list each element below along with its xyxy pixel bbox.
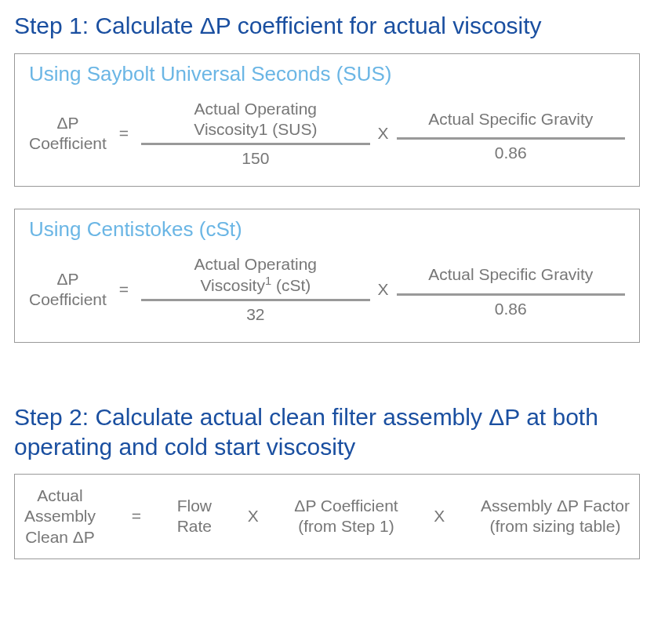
sus-formula-box: Using Saybolt Universal Seconds (SUS) ΔP… xyxy=(14,53,640,187)
dp-coeff-line2: (from Step 1) xyxy=(294,516,398,537)
sus-frac1-denominator: 150 xyxy=(234,145,277,172)
assembly-factor-line1: Assembly ΔP Factor xyxy=(481,496,630,516)
flow-rate-line1: Flow xyxy=(177,496,212,516)
multiply-sign: X xyxy=(370,280,397,299)
cst-frac1-num-line1: Actual Operating xyxy=(194,254,317,275)
sus-fraction1: Actual Operating Viscosity1 (SUS) 150 xyxy=(141,96,369,173)
multiply-sign: X xyxy=(370,124,397,143)
cst-frac2-numerator: Actual Specific Gravity xyxy=(420,257,601,293)
equals-sign: = xyxy=(124,507,149,526)
cst-frac2-denominator: 0.86 xyxy=(487,296,535,322)
sus-lhs-line1: ΔP xyxy=(29,113,107,133)
assembly-dp-factor-term: Assembly ΔP Factor (from sizing table) xyxy=(481,496,630,537)
step2-formula: Actual Assembly Clean ΔP = Flow Rate X Δ… xyxy=(24,486,630,548)
cst-lhs: ΔP Coefficient xyxy=(29,269,107,311)
step2-lhs-line3: Clean ΔP xyxy=(24,527,96,548)
sus-box-title: Using Saybolt Universal Seconds (SUS) xyxy=(29,62,625,86)
sus-frac2-num-text: Actual Specific Gravity xyxy=(428,109,593,129)
step1-heading: Step 1: Calculate ΔP coefficient for act… xyxy=(14,11,640,41)
step2-lhs-line1: Actual xyxy=(24,486,96,506)
flow-rate-line2: Rate xyxy=(177,516,212,537)
sus-frac1-numerator: Actual Operating Viscosity1 (SUS) xyxy=(186,96,325,144)
cst-fraction1: Actual Operating Viscosity1 (cSt) 32 xyxy=(141,251,369,328)
cst-frac1-numerator: Actual Operating Viscosity1 (cSt) xyxy=(187,251,325,299)
sus-fraction2: Actual Specific Gravity 0.86 xyxy=(397,101,625,167)
multiply-sign: X xyxy=(240,507,267,526)
sus-formula: ΔP Coefficient = Actual Operating Viscos… xyxy=(29,96,625,173)
sus-frac1-num-line1: Actual Operating xyxy=(194,99,317,119)
cst-box-title: Using Centistokes (cSt) xyxy=(29,217,625,242)
cst-formula: ΔP Coefficient = Actual Operating Viscos… xyxy=(29,251,625,328)
cst-frac1-num-line2: Viscosity1 (cSt) xyxy=(194,275,317,296)
cst-lhs-line2: Coefficient xyxy=(29,289,107,310)
cst-fraction2: Actual Specific Gravity 0.86 xyxy=(397,257,625,322)
cst-formula-box: Using Centistokes (cSt) ΔP Coefficient =… xyxy=(14,209,640,343)
step2-heading: Step 2: Calculate actual clean filter as… xyxy=(14,402,640,461)
sus-frac2-numerator: Actual Specific Gravity xyxy=(420,101,601,137)
equals-sign: = xyxy=(107,124,141,143)
sus-lhs: ΔP Coefficient xyxy=(29,113,107,155)
step2-lhs: Actual Assembly Clean ΔP xyxy=(24,486,96,548)
cst-frac1-denominator: 32 xyxy=(238,301,272,328)
dp-coeff-line1: ΔP Coefficient xyxy=(294,496,398,516)
step2-lhs-line2: Assembly xyxy=(24,506,96,526)
cst-lhs-line1: ΔP xyxy=(29,269,107,289)
dp-coefficient-term: ΔP Coefficient (from Step 1) xyxy=(294,496,398,537)
cst-frac2-num-text: Actual Specific Gravity xyxy=(428,264,593,285)
multiply-sign: X xyxy=(426,507,452,526)
sus-frac1-num-line2: Viscosity1 (SUS) xyxy=(194,119,317,140)
sus-lhs-line2: Coefficient xyxy=(29,133,107,154)
flow-rate-term: Flow Rate xyxy=(177,496,212,537)
equals-sign: = xyxy=(107,280,141,299)
assembly-factor-line2: (from sizing table) xyxy=(481,516,630,537)
sus-frac2-denominator: 0.86 xyxy=(487,140,535,166)
step2-formula-box: Actual Assembly Clean ΔP = Flow Rate X Δ… xyxy=(14,474,640,559)
